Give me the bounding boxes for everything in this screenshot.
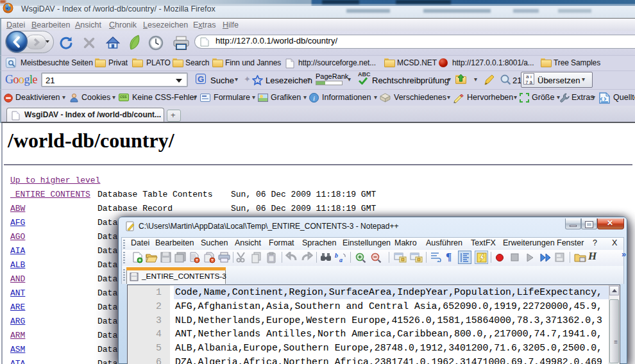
svg-text:i: i [313, 94, 315, 102]
svg-text:a: a [339, 256, 343, 263]
svg-text:b: b [335, 252, 338, 259]
